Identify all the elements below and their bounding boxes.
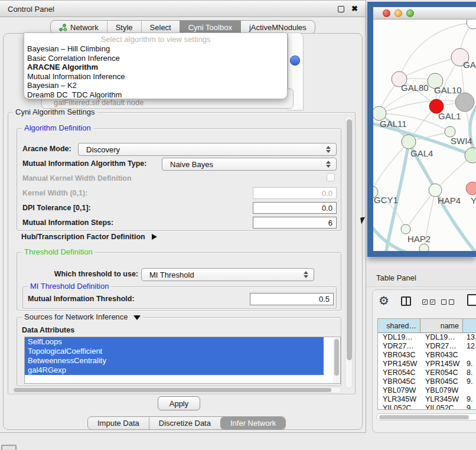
algorithm-option-dream8-dc-tdc-algorithm[interactable]: Dream8 DC_TDC Algorithm [24,90,287,99]
node-hap4[interactable] [429,184,442,197]
panel-title: Control Panel [8,5,54,14]
table-row[interactable]: YIL052CYIL052C9. [378,404,476,410]
node-label-hap4: HAP4 [438,195,461,206]
column-header-name[interactable]: name [420,319,463,332]
tab-label: Style [116,23,133,32]
algorithm-option-aracne-algorithm[interactable]: ARACNE Algorithm [24,63,287,72]
column-header-a[interactable]: A [463,319,476,332]
tab-infer-network[interactable]: Infer Network [220,417,285,429]
gear-icon[interactable]: ⚙ [379,295,389,306]
expand-right-icon [152,234,157,240]
which-threshold-value: MI Threshold [149,270,194,279]
node-label-gal11: GAL11 [380,119,407,129]
close-traffic-light[interactable] [383,9,390,17]
select-all-checkboxes-icon[interactable]: ✓ ✓ [422,299,435,305]
tab-label: Cyni Toolbox [188,23,232,32]
deselect-all-checkboxes-icon[interactable] [441,299,454,305]
settings-vertical-scrollbar[interactable] [345,116,353,389]
cell-gene-id: YBL079W [420,386,463,395]
column-layout-icon[interactable] [401,296,411,306]
node-gal4[interactable] [402,135,416,149]
cell-value: 9. [463,360,476,369]
table-panel-title: Table Panel [376,273,416,282]
zoom-traffic-light[interactable] [406,9,414,17]
network-window-titlebar [373,7,476,19]
network-selector-value: galFiltered.sif default node [54,98,144,107]
table-row[interactable]: YBR043CYBR043C [378,351,476,360]
tab-impute-data[interactable]: Impute Data [88,417,149,429]
table-function-icon[interactable] [467,294,476,306]
node-label-gal10: GAL10 [434,85,462,95]
table-row[interactable]: YPR145WYPR145W9. [378,360,476,369]
tab-label: jActiveMNodules [249,23,307,32]
node-hap2[interactable] [401,224,410,234]
node[interactable] [455,93,474,112]
table-horizontal-scrollbar[interactable] [376,413,476,420]
tab-cyni-toolbox[interactable]: Cyni Toolbox [180,21,240,34]
mi-type-combo[interactable]: Naive Bayes [162,158,337,171]
dpi-tolerance-value: 0.0 [322,204,332,213]
tab-jactivemnodules[interactable]: jActiveMNodules [240,21,315,34]
attribute-item-topologicalcoefficient[interactable]: TopologicalCoefficient [25,347,324,356]
dpi-tolerance-field[interactable]: 0.0 [253,202,337,214]
mi-threshold-group: MI Threshold Definition Mutual Informati… [22,286,337,309]
list-vertical-scrollbar[interactable] [333,338,340,384]
algorithm-option-basic-correlation-inference[interactable]: Basic Correlation Inference [24,54,287,63]
float-window-icon[interactable] [338,6,344,12]
table-row[interactable]: YLR345WYLR345W9. [378,395,476,404]
mi-steps-field[interactable]: 6 [253,217,337,229]
tab-label: Select [150,23,171,32]
table-panel: ⚙ ✓ ✓ shared…nameA YDL19…YDL19…13.YDR27…… [372,289,476,433]
threshold-definition-group: Threshold Definition Which threshold to … [17,252,341,311]
minimize-traffic-light[interactable] [395,9,402,17]
algorithm-option-mutual-information-inference[interactable]: Mutual Information Inference [24,72,287,81]
sources-group-title[interactable]: Sources for Network Inference [22,313,143,321]
attribute-item-betweennesscentrality[interactable]: BetweennessCentrality [25,356,324,366]
network-canvas[interactable]: GALGAL80GAL10GAL1GAL11SWI4GAL4GCY1HAP4YH… [373,19,476,251]
node[interactable] [419,244,429,251]
aracne-mode-combo[interactable]: Discovery [78,143,337,156]
hub-definition-toggle[interactable]: Hub/Transcription Factor Definition [21,233,157,241]
cell-gene-id: YBL079W [378,386,420,395]
apply-button[interactable]: Apply [158,396,200,410]
network-view-window: GALGAL80GAL10GAL1GAL11SWI4GAL4GCY1HAP4YH… [367,2,476,257]
attribute-item-gal4rgexp[interactable]: gal4RGexp [25,366,324,375]
algorithm-option-bayesian-hill-climbing[interactable]: Bayesian – Hill Climbing [24,44,287,54]
cyni-settings-group: Cyni Algorithm Settings Algorithm Defini… [8,112,356,394]
table-row[interactable]: YBL079WYBL079W [378,386,476,395]
node[interactable] [467,19,476,29]
tab-discretize-data[interactable]: Discretize Data [149,417,220,429]
table-row[interactable]: YDL19…YDL19…13. [378,333,476,342]
control-panel-body: galFiltered.sif default node Select algo… [3,33,363,430]
mi-threshold-field[interactable]: 0.5 [250,293,334,305]
scrollbar-thumb[interactable] [334,339,339,376]
scrollbar-thumb[interactable] [379,415,469,419]
data-attributes-list[interactable]: SelfLoopsTopologicalCoefficientBetweenne… [24,337,341,384]
table-rows: YDL19…YDL19…13.YDR27…YDR27…12.YBR043CYBR… [378,333,476,410]
close-icon[interactable]: ✖ [351,4,358,13]
settings-horizontal-scrollbar[interactable] [12,387,341,393]
scrollbar-thumb[interactable] [14,388,331,392]
table-row[interactable]: YER054CYER054C8. [378,369,476,377]
tab-network[interactable]: Network [51,21,107,34]
mi-type-value: Naive Bayes [170,160,213,169]
mi-threshold-value: 0.5 [319,295,330,304]
tab-style[interactable]: Style [107,21,141,34]
cell-value [463,386,476,395]
cell-value: 9. [463,377,476,386]
column-header-shared[interactable]: shared… [378,319,420,332]
table-row[interactable]: YDR27…YDR27…12. [378,342,476,351]
attribute-item-selfloops[interactable]: SelfLoops [25,337,324,347]
table-row[interactable]: YBR045CYBR045C9. [378,377,476,386]
cell-value: 9. [463,395,476,404]
table-panel-header: Table Panel [366,269,476,287]
which-threshold-combo[interactable]: MI Threshold [141,268,314,281]
collapsed-panel-icon[interactable] [1,445,17,450]
attribute-items: SelfLoopsTopologicalCoefficientBetweenne… [25,337,340,375]
node-y[interactable] [466,182,476,195]
aracne-mode-label: Aracne Mode: [22,145,71,153]
scrollbar-thumb[interactable] [347,119,352,360]
tab-select[interactable]: Select [141,21,180,34]
cell-gene-id: YPR145W [378,360,420,369]
algorithm-option-bayesian-k2[interactable]: Bayesian – K2 [24,81,287,90]
